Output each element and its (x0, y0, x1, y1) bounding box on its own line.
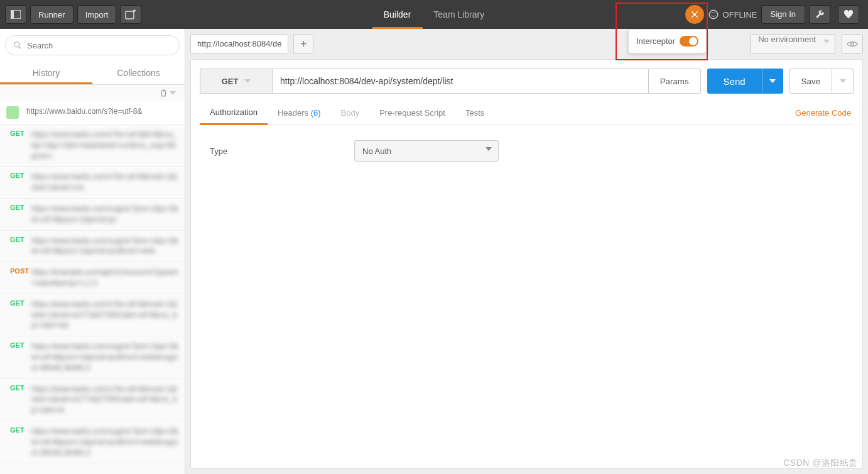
offline-label: OFFLINE (723, 10, 757, 19)
wrench-icon (815, 9, 825, 19)
history-method: POST (10, 267, 26, 289)
environment-view-button[interactable] (842, 34, 863, 54)
search-box[interactable] (5, 35, 180, 55)
history-method: GET (10, 172, 26, 193)
request-subtabs: Authorization Headers (6) Body Pre-reque… (200, 101, 854, 125)
auth-type-label: Type (210, 146, 354, 156)
sidebar-tab-collections[interactable]: Collections (92, 62, 185, 84)
heart-icon (844, 10, 854, 19)
new-window-button[interactable] (120, 5, 141, 24)
svg-rect-2 (126, 11, 134, 19)
history-url: https://www.baidu.com/s?ie=utf-8& (26, 106, 142, 119)
history-url: https://www.baidu.com/sugrec?pre=1&p=3&i… (31, 426, 178, 458)
history-list: https://www.baidu.com/s?ie=utf-8&GEThttp… (0, 101, 185, 474)
sync-status: OFFLINE (708, 9, 757, 20)
generate-code-link[interactable]: Generate Code (793, 102, 854, 124)
send-button[interactable]: Send (707, 69, 762, 94)
sync-icon (708, 9, 719, 20)
history-badge (6, 106, 19, 119)
history-url: https://www.baidu.com/sugrec?pre=1&p=3&i… (31, 236, 178, 257)
svg-rect-1 (11, 10, 14, 19)
environment-select[interactable]: No environment (750, 34, 835, 54)
interceptor-label: Interceptor (636, 36, 675, 46)
auth-type-value: No Auth (362, 146, 391, 156)
auth-config: Type No Auth (200, 125, 854, 177)
heart-button[interactable] (838, 5, 859, 24)
search-input[interactable] (27, 41, 171, 50)
history-item[interactable]: GEThttps://www.baidu.com/sugrec?pre=1&p=… (0, 421, 185, 463)
add-tab-button[interactable]: + (293, 34, 313, 54)
svg-point-4 (709, 10, 718, 19)
history-method: GET (10, 204, 26, 225)
environment-label: No environment (758, 35, 816, 44)
top-center-tabs: Builder Team Library (372, 0, 496, 29)
history-item[interactable]: GEThttps://www.baidu.com/s?ie=utf-8&mod=… (0, 294, 185, 336)
history-method: GET (10, 426, 26, 458)
sidebar-tabs: History Collections (0, 62, 185, 85)
topbar: Runner Import Builder Team Library OFFLI… (0, 0, 868, 29)
history-url: https://www.baidu.com/sugrec?pre=1&p=3&i… (31, 204, 178, 225)
watermark: CSDN @洛阳纸贵 (783, 458, 858, 469)
history-item[interactable]: GEThttps://www.baidu.com/s?ie=utf-8&f=8&… (0, 124, 185, 167)
clear-history-button[interactable] (160, 89, 176, 97)
interceptor-toggle[interactable] (680, 36, 698, 47)
new-window-icon (125, 9, 136, 19)
main-area: http://localhost:8084/de + No environmen… (185, 29, 868, 474)
runner-button[interactable]: Runner (30, 5, 73, 24)
tab-team-library[interactable]: Team Library (422, 0, 496, 29)
history-item[interactable]: GEThttps://www.baidu.com/sugrec?pre=1&p=… (0, 336, 185, 378)
request-tabbar: http://localhost:8084/de + No environmen… (190, 34, 863, 54)
chevron-down-icon (170, 91, 176, 95)
history-url: https://example.com/api/v1/resource?para… (31, 267, 178, 289)
chevron-down-icon (244, 79, 251, 83)
request-panel: GET Params Send Save Authorization Heade… (190, 59, 863, 469)
svg-point-5 (14, 42, 19, 47)
save-dropdown[interactable] (832, 69, 854, 94)
settings-button[interactable] (809, 5, 830, 24)
subtab-headers[interactable]: Headers (6) (268, 102, 331, 124)
method-select[interactable]: GET (200, 69, 272, 94)
history-method: GET (10, 384, 26, 416)
chevron-down-icon (823, 40, 830, 43)
sidebar-tab-history[interactable]: History (0, 62, 92, 84)
history-item[interactable]: GEThttps://www.baidu.com/sugrec?pre=1&p=… (0, 199, 185, 231)
tab-builder[interactable]: Builder (372, 0, 423, 29)
history-url: https://www.baidu.com/s?ie=utf-8&mod=1&i… (31, 172, 178, 193)
history-method: GET (10, 236, 26, 257)
history-item[interactable]: GEThttps://www.baidu.com/s?ie=utf-8&mod=… (0, 167, 185, 199)
history-item[interactable]: GEThttps://www.baidu.com/sugrec?pre=1&p=… (0, 231, 185, 263)
trash-icon (160, 89, 168, 97)
params-button[interactable]: Params (649, 69, 701, 94)
import-button[interactable]: Import (77, 5, 117, 24)
history-method: GET (10, 341, 26, 373)
interceptor-popover: Interceptor (628, 29, 707, 53)
sign-in-button[interactable]: Sign In (761, 5, 805, 24)
subtab-authorization[interactable]: Authorization (200, 101, 268, 125)
history-item[interactable]: POSThttps://example.com/api/v1/resource?… (0, 262, 185, 294)
method-label: GET (222, 77, 239, 86)
send-dropdown[interactable] (762, 69, 783, 94)
sidebar: History Collections https://www.baidu.co… (0, 29, 185, 474)
search-icon (13, 41, 22, 50)
history-url: https://www.baidu.com/s?ie=utf-8&mod=1&i… (31, 299, 178, 331)
history-method: GET (10, 130, 26, 161)
chevron-down-icon (769, 79, 776, 83)
history-item[interactable]: https://www.baidu.com/s?ie=utf-8& (0, 101, 185, 124)
save-button[interactable]: Save (789, 69, 832, 94)
history-url: https://www.baidu.com/s?ie=utf-8&mod=1&i… (31, 384, 178, 416)
history-url: https://www.baidu.com/s?ie=utf-8&f=8&rsv… (31, 130, 178, 161)
chevron-down-icon (486, 147, 492, 151)
auth-type-select[interactable]: No Auth (354, 140, 499, 162)
url-input[interactable] (272, 69, 649, 94)
history-item[interactable]: GEThttps://www.baidu.com/s?ie=utf-8&mod=… (0, 379, 185, 421)
history-url: https://www.baidu.com/sugrec?pre=1&p=3&i… (31, 341, 178, 373)
eye-icon (847, 40, 858, 48)
subtab-prerequest[interactable]: Pre-request Script (369, 102, 455, 124)
panel-icon (11, 10, 21, 19)
history-method: GET (10, 299, 26, 331)
subtab-tests[interactable]: Tests (455, 102, 494, 124)
svg-point-6 (851, 43, 854, 46)
request-tab[interactable]: http://localhost:8084/de (190, 34, 288, 54)
toggle-sidebar-button[interactable] (5, 5, 26, 24)
subtab-body[interactable]: Body (331, 102, 370, 124)
